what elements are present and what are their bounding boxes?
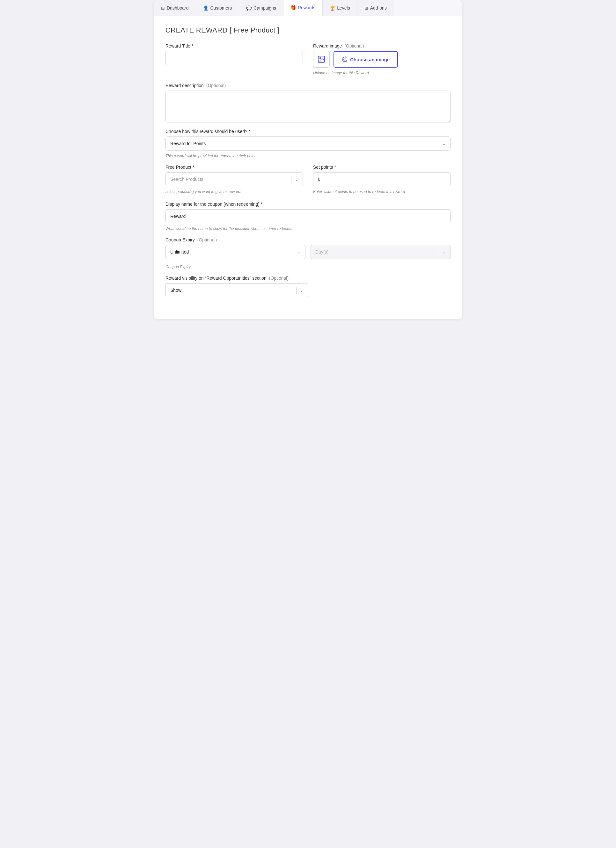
- set-points-group: Set points * Enter value of points to be…: [313, 165, 450, 194]
- chevron-down-icon-4: ⌄: [442, 250, 446, 255]
- levels-icon: 🏆: [330, 6, 335, 10]
- tab-levels-label: Levels: [337, 6, 350, 10]
- set-points-input[interactable]: [313, 172, 450, 186]
- coupon-expiry-row: Unlimited ⌄ Day(s) ⌄: [166, 245, 450, 259]
- reward-title-group: Reward Title *: [166, 43, 303, 75]
- select-divider: [439, 140, 439, 147]
- display-name-label: Display name for the coupon (when redeem…: [166, 202, 450, 207]
- display-name-hint: What would be the name to show for the d…: [166, 227, 450, 231]
- reward-image-label: Reward image (Optional): [313, 43, 450, 49]
- free-product-label: Free Product *: [166, 165, 303, 170]
- coupon-expiry-select[interactable]: Unlimited ⌄: [166, 245, 305, 259]
- page-title: CREATE REWARD [ Free Product ]: [166, 26, 450, 34]
- choose-image-icon: [342, 56, 348, 63]
- tab-campaigns-label: Campaigns: [253, 6, 276, 10]
- coupon-expiry-days-select[interactable]: Day(s) ⌄: [311, 245, 450, 259]
- reward-title-input[interactable]: [166, 51, 303, 65]
- chevron-down-icon: ⌄: [442, 141, 446, 146]
- coupon-expiry-value: Unlimited: [170, 249, 290, 255]
- svg-point-1: [320, 58, 321, 59]
- tab-rewards-label: Rewards: [298, 5, 315, 10]
- search-products-hint: select product(s) you want to give as re…: [166, 190, 303, 194]
- tab-customers-label: Customers: [210, 6, 232, 10]
- upload-hint: Upload an image for this Reward.: [313, 71, 450, 75]
- campaigns-icon: 💬: [246, 6, 252, 10]
- tab-dashboard[interactable]: ⊞ Dashboard: [154, 0, 196, 16]
- form-row-title-image: Reward Title * Reward image (Optional): [166, 43, 450, 75]
- search-products-placeholder: Search Products: [170, 177, 288, 182]
- set-points-hint: Enter value of points to be used to rede…: [313, 190, 450, 194]
- chevron-down-icon-2: ⌄: [295, 177, 298, 182]
- reward-description-group: Reward description (Optional): [166, 83, 450, 123]
- form-row-product-points: Free Product * Search Products ⌄ select …: [166, 165, 450, 194]
- coupon-expiry-group: Coupon Expiry (Optional) Unlimited ⌄ Day…: [166, 237, 450, 269]
- chevron-down-icon-3: ⌄: [297, 250, 301, 255]
- choose-image-label: Choose an image: [350, 57, 389, 62]
- reward-type-value: Reward for Points: [170, 141, 435, 146]
- rewards-icon: 🎁: [290, 5, 296, 10]
- reward-title-label: Reward Title *: [166, 43, 303, 49]
- visibility-select[interactable]: Show ⌄: [166, 283, 308, 297]
- tab-dashboard-label: Dashboard: [167, 6, 189, 10]
- page-title-main: CREATE REWARD: [166, 26, 228, 34]
- main-content: CREATE REWARD [ Free Product ] Reward Ti…: [154, 16, 462, 319]
- choose-image-button[interactable]: Choose an image: [333, 51, 398, 68]
- image-upload-area: Choose an image: [313, 51, 450, 68]
- select-divider-2: [291, 176, 292, 183]
- tab-rewards[interactable]: 🎁 Rewards: [283, 0, 323, 16]
- reward-type-hint: This reward will be provided for redeemi…: [166, 154, 450, 158]
- addons-icon: ⊞: [364, 6, 368, 10]
- set-points-label: Set points *: [313, 165, 450, 170]
- reward-visibility-label: Reward visibility on “Reward Opportuniti…: [166, 276, 450, 281]
- reward-usage-label: Choose how this reward should be used? *: [166, 129, 450, 134]
- reward-visibility-group: Reward visibility on “Reward Opportuniti…: [166, 276, 450, 297]
- page-title-sub: [ Free Product ]: [230, 26, 279, 34]
- select-divider-5: [296, 287, 296, 294]
- tab-campaigns[interactable]: 💬 Campaigns: [239, 0, 283, 16]
- tabs-bar: ⊞ Dashboard 👤 Customers 💬 Campaigns 🎁 Re…: [154, 0, 462, 16]
- customers-icon: 👤: [203, 6, 209, 10]
- tab-customers[interactable]: 👤 Customers: [196, 0, 240, 16]
- reward-image-group: Reward image (Optional): [313, 43, 450, 75]
- display-name-group: Display name for the coupon (when redeem…: [166, 202, 450, 231]
- coupon-expiry-hint: Coupon Expiry: [166, 265, 450, 269]
- chevron-down-icon-5: ⌄: [300, 288, 303, 293]
- coupon-expiry-days-placeholder: Day(s): [315, 249, 435, 255]
- reward-description-label: Reward description (Optional): [166, 83, 450, 88]
- image-placeholder: [313, 51, 330, 68]
- select-divider-4: [439, 248, 439, 255]
- display-name-input[interactable]: [166, 209, 450, 223]
- reward-description-input[interactable]: [166, 90, 450, 123]
- reward-type-select[interactable]: Reward for Points ⌄: [166, 136, 450, 151]
- tab-addons-label: Add-ons: [370, 6, 387, 10]
- coupon-expiry-label: Coupon Expiry (Optional): [166, 237, 450, 242]
- tab-levels[interactable]: 🏆 Levels: [323, 0, 357, 16]
- search-products-select[interactable]: Search Products ⌄: [166, 172, 303, 186]
- free-product-group: Free Product * Search Products ⌄ select …: [166, 165, 303, 194]
- visibility-value: Show: [170, 288, 293, 293]
- dashboard-icon: ⊞: [161, 6, 165, 10]
- tab-addons[interactable]: ⊞ Add-ons: [357, 0, 394, 16]
- reward-usage-group: Choose how this reward should be used? *…: [166, 129, 450, 158]
